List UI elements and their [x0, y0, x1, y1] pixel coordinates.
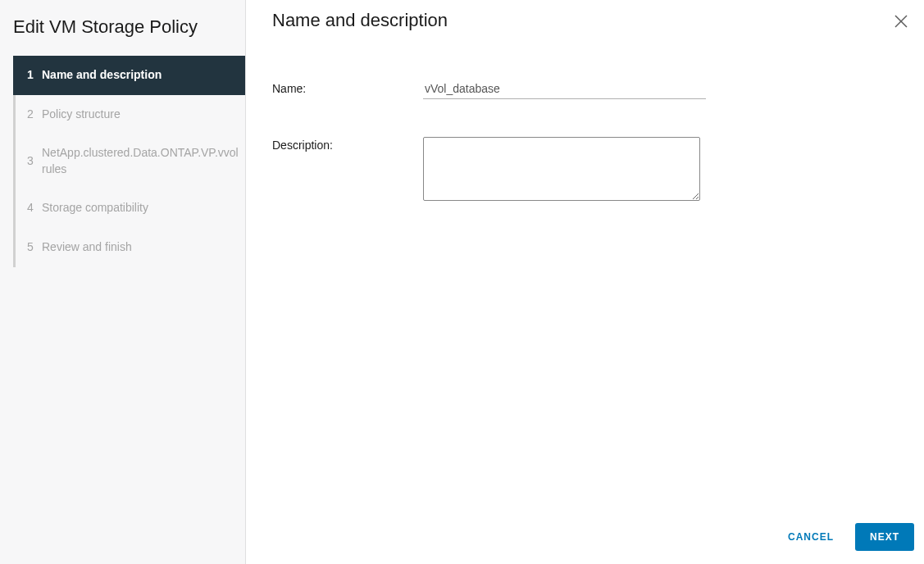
cancel-button[interactable]: CANCEL	[783, 525, 839, 549]
form-row-description: Description:	[272, 137, 898, 201]
form-area: Name: Description:	[246, 48, 924, 510]
wizard-sidebar: Edit VM Storage Policy 1 Name and descri…	[0, 0, 246, 564]
step-label: Review and finish	[42, 239, 235, 256]
wizard-step-review-finish[interactable]: 5 Review and finish	[16, 228, 245, 267]
description-label: Description:	[272, 137, 423, 152]
next-button[interactable]: NEXT	[855, 523, 914, 551]
form-row-name: Name:	[272, 80, 898, 99]
name-input[interactable]	[423, 80, 706, 99]
step-number: 5	[27, 239, 42, 256]
step-label: Policy structure	[42, 107, 235, 123]
main-header: Name and description	[246, 0, 924, 48]
step-label: Name and description	[42, 67, 235, 84]
page-title: Name and description	[272, 10, 448, 31]
wizard-step-name-description[interactable]: 1 Name and description	[13, 56, 245, 95]
name-label: Name:	[272, 80, 423, 95]
wizard-steps: 1 Name and description 2 Policy structur…	[13, 56, 245, 267]
step-number: 4	[27, 200, 42, 216]
step-number: 3	[27, 153, 42, 170]
step-label: Storage compatibility	[42, 200, 235, 216]
main-panel: Name and description Name: Description: …	[246, 0, 924, 564]
description-input[interactable]	[423, 137, 700, 201]
close-icon[interactable]	[893, 13, 909, 30]
wizard-step-policy-structure[interactable]: 2 Policy structure	[16, 95, 245, 134]
step-number: 1	[27, 67, 42, 84]
wizard-step-storage-compatibility[interactable]: 4 Storage compatibility	[16, 189, 245, 228]
wizard-step-netapp-rules[interactable]: 3 NetApp.clustered.Data.ONTAP.VP.vvol ru…	[16, 134, 245, 189]
wizard-footer: CANCEL NEXT	[246, 510, 924, 564]
wizard-title: Edit VM Storage Policy	[0, 11, 245, 56]
step-label: NetApp.clustered.Data.ONTAP.VP.vvol rule…	[42, 145, 239, 177]
step-number: 2	[27, 107, 42, 123]
